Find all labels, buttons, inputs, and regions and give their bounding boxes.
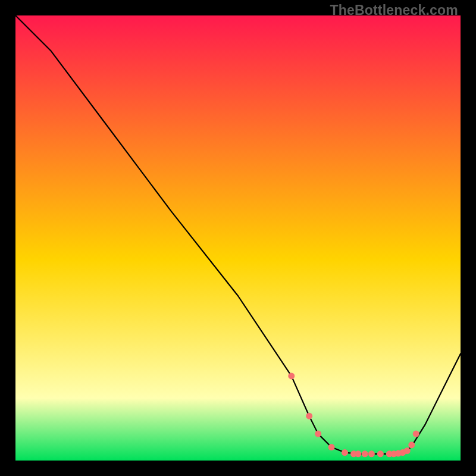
data-marker (362, 450, 368, 457)
data-marker (288, 372, 295, 379)
watermark-text: TheBottleneck.com (330, 2, 458, 18)
data-marker (377, 450, 384, 457)
data-marker (413, 431, 419, 437)
plot-area (15, 15, 461, 461)
chart-frame: TheBottleneck.com (0, 0, 476, 476)
data-marker (408, 441, 415, 448)
data-marker (306, 413, 312, 419)
bottleneck-curve-chart (15, 15, 461, 461)
data-marker (328, 444, 335, 450)
heatmap-background (15, 15, 461, 461)
data-marker (315, 431, 321, 437)
data-marker (368, 450, 375, 457)
data-marker (342, 449, 348, 456)
data-marker (404, 447, 411, 454)
data-marker (355, 450, 361, 457)
